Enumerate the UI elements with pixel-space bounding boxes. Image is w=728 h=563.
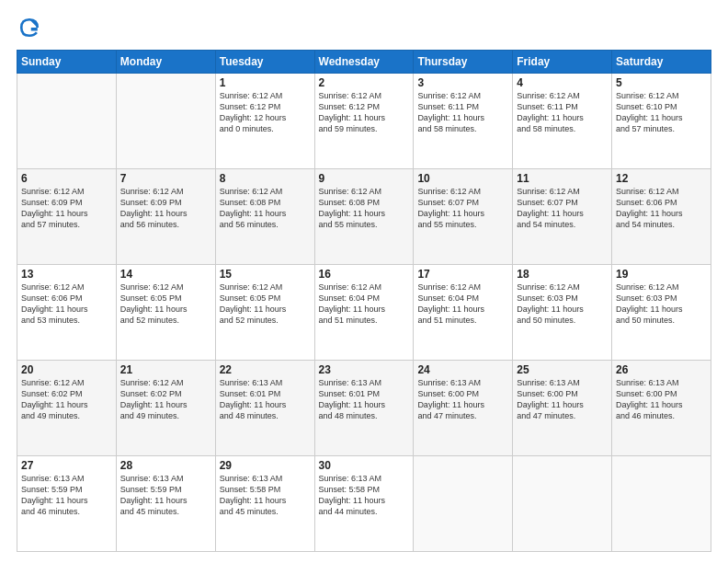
day-number: 25 — [517, 363, 608, 376]
calendar-cell: 23Sunrise: 6:13 AM Sunset: 6:01 PM Dayli… — [314, 361, 414, 456]
day-info: Sunrise: 6:13 AM Sunset: 6:01 PM Dayligh… — [220, 377, 311, 422]
day-info: Sunrise: 6:12 AM Sunset: 6:08 PM Dayligh… — [220, 186, 311, 231]
day-number: 29 — [220, 459, 311, 472]
day-info: Sunrise: 6:13 AM Sunset: 6:00 PM Dayligh… — [417, 377, 508, 422]
calendar-week-2: 6Sunrise: 6:12 AM Sunset: 6:09 PM Daylig… — [17, 169, 711, 265]
calendar-cell: 7Sunrise: 6:12 AM Sunset: 6:09 PM Daylig… — [116, 169, 215, 265]
page: SundayMondayTuesdayWednesdayThursdayFrid… — [0, 0, 728, 563]
day-number: 2 — [319, 76, 410, 89]
day-number: 24 — [417, 363, 508, 376]
day-info: Sunrise: 6:12 AM Sunset: 6:03 PM Dayligh… — [616, 282, 707, 327]
calendar-cell: 16Sunrise: 6:12 AM Sunset: 6:04 PM Dayli… — [314, 265, 414, 361]
weekday-header-row: SundayMondayTuesdayWednesdayThursdayFrid… — [17, 51, 711, 74]
calendar-cell: 10Sunrise: 6:12 AM Sunset: 6:07 PM Dayli… — [414, 169, 513, 265]
day-number: 16 — [319, 268, 410, 281]
day-number: 19 — [616, 268, 707, 281]
calendar-cell — [116, 74, 215, 169]
day-info: Sunrise: 6:12 AM Sunset: 6:07 PM Dayligh… — [517, 186, 608, 231]
calendar-cell: 25Sunrise: 6:13 AM Sunset: 6:00 PM Dayli… — [513, 361, 612, 456]
calendar-cell: 27Sunrise: 6:13 AM Sunset: 5:59 PM Dayli… — [17, 456, 117, 552]
calendar-cell: 8Sunrise: 6:12 AM Sunset: 6:08 PM Daylig… — [215, 169, 314, 265]
day-info: Sunrise: 6:13 AM Sunset: 6:00 PM Dayligh… — [616, 377, 707, 422]
day-info: Sunrise: 6:12 AM Sunset: 6:05 PM Dayligh… — [220, 282, 311, 327]
calendar-cell: 26Sunrise: 6:13 AM Sunset: 6:00 PM Dayli… — [612, 361, 711, 456]
calendar-cell — [513, 456, 612, 552]
day-number: 28 — [120, 459, 211, 472]
day-info: Sunrise: 6:13 AM Sunset: 6:00 PM Dayligh… — [517, 377, 608, 422]
day-number: 11 — [517, 172, 608, 185]
calendar-cell: 18Sunrise: 6:12 AM Sunset: 6:03 PM Dayli… — [513, 265, 612, 361]
day-info: Sunrise: 6:12 AM Sunset: 6:02 PM Dayligh… — [120, 377, 211, 422]
calendar-cell — [414, 456, 513, 552]
calendar-cell: 14Sunrise: 6:12 AM Sunset: 6:05 PM Dayli… — [116, 265, 215, 361]
calendar-week-1: 1Sunrise: 6:12 AM Sunset: 6:12 PM Daylig… — [17, 74, 711, 169]
calendar-week-4: 20Sunrise: 6:12 AM Sunset: 6:02 PM Dayli… — [17, 361, 711, 456]
calendar-cell: 13Sunrise: 6:12 AM Sunset: 6:06 PM Dayli… — [17, 265, 117, 361]
day-number: 14 — [120, 268, 211, 281]
weekday-header-tuesday: Tuesday — [215, 51, 314, 74]
weekday-header-thursday: Thursday — [414, 51, 513, 74]
day-info: Sunrise: 6:12 AM Sunset: 6:12 PM Dayligh… — [319, 90, 410, 135]
weekday-header-monday: Monday — [116, 51, 215, 74]
logo — [17, 15, 46, 40]
day-number: 20 — [21, 363, 112, 376]
day-info: Sunrise: 6:12 AM Sunset: 6:04 PM Dayligh… — [319, 282, 410, 327]
calendar-cell: 30Sunrise: 6:13 AM Sunset: 5:58 PM Dayli… — [314, 456, 414, 552]
weekday-header-friday: Friday — [513, 51, 612, 74]
day-number: 26 — [616, 363, 707, 376]
calendar-cell: 6Sunrise: 6:12 AM Sunset: 6:09 PM Daylig… — [17, 169, 117, 265]
calendar-week-3: 13Sunrise: 6:12 AM Sunset: 6:06 PM Dayli… — [17, 265, 711, 361]
calendar-cell — [612, 456, 711, 552]
calendar-cell: 20Sunrise: 6:12 AM Sunset: 6:02 PM Dayli… — [17, 361, 117, 456]
calendar-cell: 21Sunrise: 6:12 AM Sunset: 6:02 PM Dayli… — [116, 361, 215, 456]
day-number: 30 — [319, 459, 410, 472]
day-info: Sunrise: 6:12 AM Sunset: 6:04 PM Dayligh… — [417, 282, 508, 327]
day-number: 9 — [319, 172, 410, 185]
calendar-cell: 2Sunrise: 6:12 AM Sunset: 6:12 PM Daylig… — [314, 74, 414, 169]
day-number: 3 — [417, 76, 508, 89]
calendar-cell: 15Sunrise: 6:12 AM Sunset: 6:05 PM Dayli… — [215, 265, 314, 361]
day-number: 4 — [517, 76, 608, 89]
calendar-table: SundayMondayTuesdayWednesdayThursdayFrid… — [17, 50, 711, 552]
day-info: Sunrise: 6:12 AM Sunset: 6:09 PM Dayligh… — [21, 186, 112, 231]
day-number: 5 — [616, 76, 707, 89]
day-number: 6 — [21, 172, 112, 185]
day-info: Sunrise: 6:12 AM Sunset: 6:07 PM Dayligh… — [417, 186, 508, 231]
day-info: Sunrise: 6:12 AM Sunset: 6:10 PM Dayligh… — [616, 90, 707, 135]
day-number: 8 — [220, 172, 311, 185]
calendar-cell — [17, 74, 117, 169]
calendar-cell: 5Sunrise: 6:12 AM Sunset: 6:10 PM Daylig… — [612, 74, 711, 169]
day-info: Sunrise: 6:12 AM Sunset: 6:11 PM Dayligh… — [417, 90, 508, 135]
weekday-header-sunday: Sunday — [17, 51, 117, 74]
day-info: Sunrise: 6:13 AM Sunset: 5:58 PM Dayligh… — [319, 473, 410, 518]
calendar-cell: 29Sunrise: 6:13 AM Sunset: 5:58 PM Dayli… — [215, 456, 314, 552]
day-info: Sunrise: 6:12 AM Sunset: 6:09 PM Dayligh… — [120, 186, 211, 231]
day-info: Sunrise: 6:13 AM Sunset: 5:59 PM Dayligh… — [21, 473, 112, 518]
day-number: 22 — [220, 363, 311, 376]
calendar-cell: 1Sunrise: 6:12 AM Sunset: 6:12 PM Daylig… — [215, 74, 314, 169]
day-number: 13 — [21, 268, 112, 281]
calendar-cell: 9Sunrise: 6:12 AM Sunset: 6:08 PM Daylig… — [314, 169, 414, 265]
calendar-cell: 4Sunrise: 6:12 AM Sunset: 6:11 PM Daylig… — [513, 74, 612, 169]
day-info: Sunrise: 6:12 AM Sunset: 6:11 PM Dayligh… — [517, 90, 608, 135]
day-info: Sunrise: 6:13 AM Sunset: 5:59 PM Dayligh… — [120, 473, 211, 518]
day-number: 15 — [220, 268, 311, 281]
calendar-cell: 11Sunrise: 6:12 AM Sunset: 6:07 PM Dayli… — [513, 169, 612, 265]
day-number: 12 — [616, 172, 707, 185]
day-info: Sunrise: 6:12 AM Sunset: 6:06 PM Dayligh… — [616, 186, 707, 231]
day-info: Sunrise: 6:12 AM Sunset: 6:02 PM Dayligh… — [21, 377, 112, 422]
weekday-header-wednesday: Wednesday — [314, 51, 414, 74]
day-number: 27 — [21, 459, 112, 472]
header — [17, 15, 711, 40]
day-info: Sunrise: 6:13 AM Sunset: 6:01 PM Dayligh… — [319, 377, 410, 422]
calendar-cell: 17Sunrise: 6:12 AM Sunset: 6:04 PM Dayli… — [414, 265, 513, 361]
calendar-cell: 3Sunrise: 6:12 AM Sunset: 6:11 PM Daylig… — [414, 74, 513, 169]
day-info: Sunrise: 6:12 AM Sunset: 6:03 PM Dayligh… — [517, 282, 608, 327]
day-number: 10 — [417, 172, 508, 185]
day-number: 1 — [220, 76, 311, 89]
calendar-week-5: 27Sunrise: 6:13 AM Sunset: 5:59 PM Dayli… — [17, 456, 711, 552]
day-info: Sunrise: 6:12 AM Sunset: 6:06 PM Dayligh… — [21, 282, 112, 327]
calendar-cell: 28Sunrise: 6:13 AM Sunset: 5:59 PM Dayli… — [116, 456, 215, 552]
day-number: 17 — [417, 268, 508, 281]
day-info: Sunrise: 6:13 AM Sunset: 5:58 PM Dayligh… — [220, 473, 311, 518]
